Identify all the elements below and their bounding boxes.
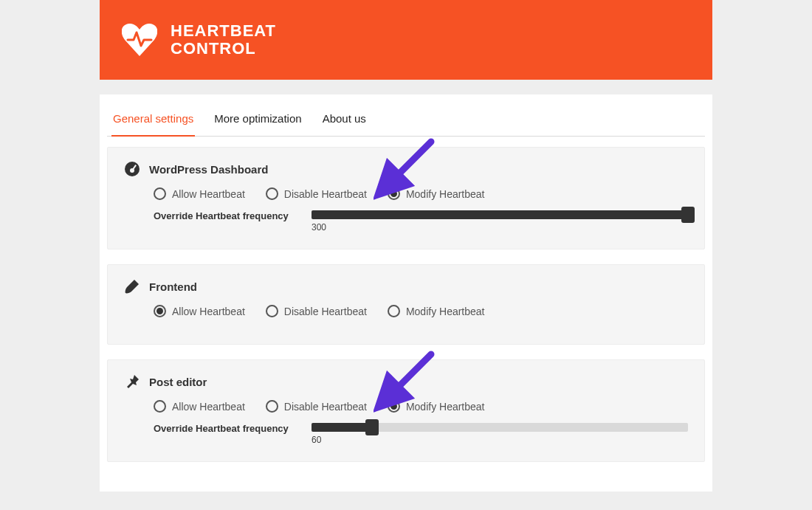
radio-label: Modify Heartbeat <box>406 188 485 200</box>
heartbeat-logo-icon <box>122 24 157 56</box>
dashboard-frequency-slider[interactable] <box>312 210 688 219</box>
radio-label: Disable Heartbeat <box>284 306 367 317</box>
radio-label: Allow Heartbeat <box>172 306 245 317</box>
radio-label: Modify Heartbeat <box>406 401 485 413</box>
brush-icon <box>124 278 140 294</box>
hero-title-line1: HEARTBEAT <box>171 22 276 40</box>
posteditor-radio-disable[interactable]: Disable Heartbeat <box>266 400 367 413</box>
section-title: Frontend <box>149 280 197 293</box>
radio-label: Disable Heartbeat <box>284 401 367 413</box>
radio-label: Modify Heartbeat <box>406 306 485 317</box>
posteditor-radio-allow[interactable]: Allow Heartbeat <box>154 400 245 413</box>
tabs: General settings More optimization About… <box>107 102 705 137</box>
frontend-radio-group: Allow Heartbeat Disable Heartbeat Modify… <box>124 305 688 317</box>
tab-about-us[interactable]: About us <box>321 102 368 137</box>
dashboard-radio-allow[interactable]: Allow Heartbeat <box>154 187 245 200</box>
hero-banner: HEARTBEAT CONTROL <box>100 0 712 80</box>
dashboard-radio-disable[interactable]: Disable Heartbeat <box>266 187 367 200</box>
section-title: Post editor <box>149 376 207 388</box>
section-frontend: Frontend Allow Heartbeat Disable Heartbe… <box>107 264 705 345</box>
posteditor-radio-modify[interactable]: Modify Heartbeat <box>388 400 485 413</box>
tab-general-settings[interactable]: General settings <box>111 102 195 137</box>
hero-title: HEARTBEAT CONTROL <box>171 22 276 58</box>
pin-icon <box>124 373 140 390</box>
posteditor-frequency-slider[interactable] <box>312 423 688 432</box>
hero-title-line2: CONTROL <box>171 40 276 58</box>
tab-more-optimization[interactable]: More optimization <box>213 102 303 137</box>
radio-label: Disable Heartbeat <box>284 188 367 200</box>
dashboard-radio-modify[interactable]: Modify Heartbeat <box>388 187 485 200</box>
radio-label: Allow Heartbeat <box>172 188 245 200</box>
section-title: WordPress Dashboard <box>149 163 268 176</box>
section-dashboard: WordPress Dashboard Allow Heartbeat Disa… <box>107 147 705 249</box>
dashboard-radio-group: Allow Heartbeat Disable Heartbeat Modify… <box>124 187 688 200</box>
dashboard-icon <box>124 161 140 177</box>
posteditor-override-label: Override Heartbeat frequency <box>154 423 294 434</box>
radio-label: Allow Heartbeat <box>172 401 245 413</box>
frontend-radio-disable[interactable]: Disable Heartbeat <box>266 305 367 317</box>
frontend-radio-allow[interactable]: Allow Heartbeat <box>154 305 245 317</box>
slider-thumb[interactable] <box>681 207 695 223</box>
posteditor-frequency-value: 60 <box>312 435 688 445</box>
frontend-radio-modify[interactable]: Modify Heartbeat <box>388 305 485 317</box>
settings-panel: General settings More optimization About… <box>100 94 712 492</box>
dashboard-frequency-value: 300 <box>312 222 688 232</box>
section-post-editor: Post editor Allow Heartbeat Disable Hear… <box>107 359 705 462</box>
slider-thumb[interactable] <box>365 419 379 435</box>
posteditor-radio-group: Allow Heartbeat Disable Heartbeat Modify… <box>124 400 688 413</box>
dashboard-override-label: Override Heartbeat frequency <box>154 210 294 221</box>
